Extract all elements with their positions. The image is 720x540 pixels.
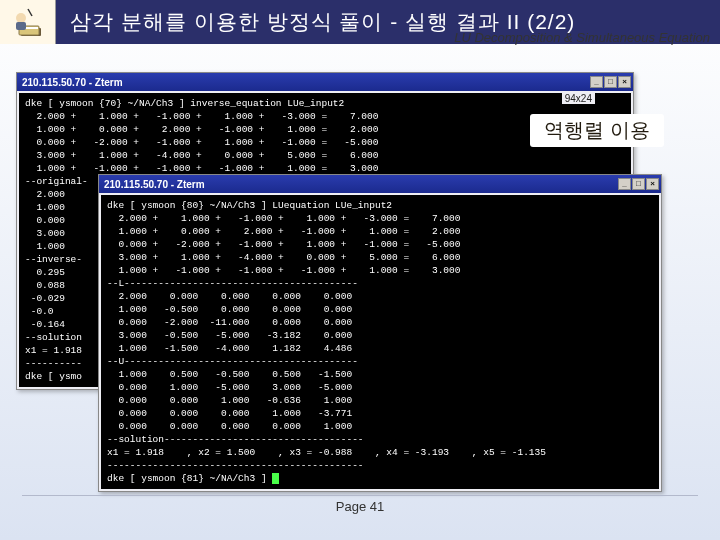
- page-number: Page 41: [0, 499, 720, 514]
- window-controls: _ □ ×: [590, 76, 631, 88]
- terminal-titlebar: 210.115.50.70 - Zterm _ □ ×: [99, 175, 661, 193]
- terminal-output: dke [ ysmoon {80} ~/NA/Ch3 ] LUequation …: [101, 195, 659, 489]
- window-controls: _ □ ×: [618, 178, 659, 190]
- close-button[interactable]: ×: [646, 178, 659, 190]
- terminal-window-2: 210.115.50.70 - Zterm _ □ × dke [ ysmoon…: [98, 174, 662, 492]
- annotation-label: 역행렬 이용: [530, 114, 664, 147]
- svg-point-3: [16, 13, 26, 23]
- slide-icon: [0, 0, 56, 44]
- footer-divider: [22, 495, 698, 496]
- terminal-title: 210.115.50.70 - Zterm: [22, 77, 123, 88]
- minimize-button[interactable]: _: [618, 178, 631, 190]
- svg-rect-4: [16, 22, 26, 30]
- close-button[interactable]: ×: [618, 76, 631, 88]
- maximize-button[interactable]: □: [604, 76, 617, 88]
- svg-line-5: [28, 9, 32, 16]
- terminal-dimensions: 94x24: [562, 93, 595, 104]
- terminal-title: 210.115.50.70 - Zterm: [104, 179, 205, 190]
- maximize-button[interactable]: □: [632, 178, 645, 190]
- slide-subtitle: LU Decomposition & Simultaneous Equation: [454, 30, 710, 45]
- terminal-titlebar: 210.115.50.70 - Zterm _ □ ×: [17, 73, 633, 91]
- minimize-button[interactable]: _: [590, 76, 603, 88]
